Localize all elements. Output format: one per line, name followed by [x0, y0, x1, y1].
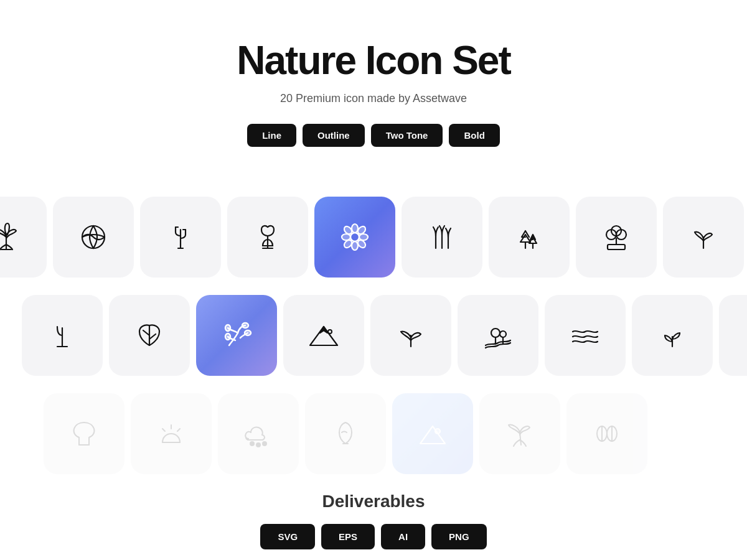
icon-card-cactus[interactable]	[140, 197, 221, 278]
svg-point-5	[359, 234, 368, 240]
svg-rect-10	[608, 245, 625, 250]
globe-icon	[75, 218, 112, 256]
icon-card-plant-water[interactable]	[458, 295, 538, 376]
svg-point-15	[225, 325, 230, 331]
deliverables-title: Deliverables	[0, 492, 747, 511]
palm2-icon	[501, 415, 538, 452]
icon-card-sprout[interactable]	[632, 295, 713, 376]
tab-line[interactable]: Line	[247, 124, 296, 147]
icon-card-mountain[interactable]	[283, 295, 364, 376]
format-png-button[interactable]: PNG	[431, 524, 487, 549]
icon-card-seedling[interactable]	[370, 295, 451, 376]
tulip-icon	[249, 218, 286, 256]
plant-extra-icon	[685, 218, 722, 256]
svg-point-3	[352, 241, 358, 250]
icon-card-flower-active[interactable]	[314, 197, 395, 278]
icon-card-cactus2[interactable]	[22, 295, 103, 376]
icon-card-tulip[interactable]	[227, 197, 308, 278]
plant-water-icon	[479, 317, 517, 354]
branch-active-icon	[218, 317, 255, 354]
flower2-icon	[741, 317, 747, 354]
sprout-icon	[654, 317, 691, 354]
svg-point-19	[491, 329, 500, 337]
svg-point-23	[256, 443, 260, 447]
icon-card-cloud[interactable]	[218, 393, 299, 474]
page-header: Nature Icon Set 20 Premium icon made by …	[0, 0, 747, 190]
deliverables-buttons: SVG EPS AI PNG	[0, 524, 747, 549]
format-ai-button[interactable]: AI	[381, 524, 425, 549]
svg-point-1	[350, 233, 359, 241]
icon-card-grass[interactable]	[402, 197, 482, 278]
icon-row-2	[37, 289, 747, 382]
mushroom-icon	[65, 415, 103, 452]
svg-point-4	[342, 234, 350, 240]
icon-card-mushroom2[interactable]	[305, 393, 386, 474]
cloud-icon	[240, 415, 277, 452]
icon-card-leaf[interactable]	[109, 295, 190, 376]
icon-card-ghost1[interactable]	[44, 393, 125, 474]
icon-card-palm[interactable]	[0, 197, 47, 278]
tab-outline[interactable]: Outline	[303, 124, 365, 147]
icon-card-extra1[interactable]	[663, 197, 744, 278]
format-eps-button[interactable]: EPS	[321, 524, 375, 549]
grass-icon	[423, 218, 461, 256]
mountain-icon	[305, 317, 342, 354]
icons-section	[0, 190, 747, 485]
svg-point-17	[225, 334, 230, 340]
mountain-active-icon	[414, 415, 451, 452]
format-svg-button[interactable]: SVG	[260, 524, 315, 549]
page-title: Nature Icon Set	[12, 37, 735, 83]
svg-point-18	[328, 330, 332, 334]
trees-icon	[510, 218, 548, 256]
svg-point-25	[435, 429, 440, 434]
icon-card-globe[interactable]	[53, 197, 134, 278]
icon-card-bonsai[interactable]	[576, 197, 657, 278]
icon-card-trees[interactable]	[489, 197, 570, 278]
waves-icon	[566, 317, 604, 354]
cactus2-icon	[44, 317, 81, 354]
style-tabs: Line Outline Two Tone Bold	[12, 124, 735, 147]
page-subtitle: 20 Premium icon made by Assetwave	[12, 92, 735, 105]
seeds-icon	[588, 415, 626, 452]
icon-card-waves[interactable]	[545, 295, 626, 376]
bonsai-icon	[598, 218, 635, 256]
icon-card-seeds[interactable]	[566, 393, 647, 474]
icon-card-flower2[interactable]	[719, 295, 747, 376]
seedling-icon	[392, 317, 430, 354]
tab-two-tone[interactable]: Two Tone	[371, 124, 443, 147]
icon-card-sunrise[interactable]	[131, 393, 212, 474]
svg-point-16	[245, 330, 251, 335]
svg-point-22	[250, 442, 254, 446]
sunrise-icon	[153, 415, 190, 452]
tab-bold[interactable]: Bold	[449, 124, 499, 147]
svg-point-20	[500, 331, 506, 337]
icon-card-palm2[interactable]	[479, 393, 560, 474]
deliverables-section: Deliverables SVG EPS AI PNG	[0, 492, 747, 560]
cactus-icon	[162, 218, 199, 256]
svg-point-24	[263, 442, 266, 446]
palm-tree-icon	[0, 218, 25, 256]
svg-point-14	[242, 323, 248, 328]
icon-row-3	[0, 387, 735, 480]
icon-card-mountain-active[interactable]	[392, 393, 473, 474]
flower-active-icon	[336, 218, 374, 256]
mushroom2-icon	[327, 415, 364, 452]
svg-point-2	[352, 224, 358, 233]
icon-card-branch-active[interactable]	[196, 295, 277, 376]
leaf-icon	[131, 317, 168, 354]
icon-row-1	[0, 190, 728, 284]
